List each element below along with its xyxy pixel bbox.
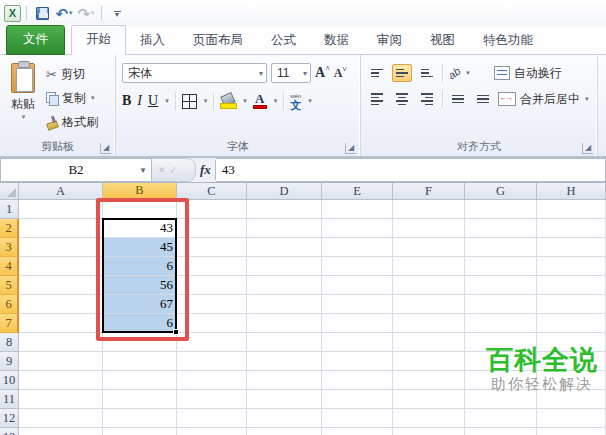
cell-G12[interactable] — [465, 409, 537, 428]
font-color-button[interactable]: A — [253, 93, 267, 109]
phonetic-dropdown-icon[interactable]: ▾ — [308, 97, 312, 105]
cell-D12[interactable] — [247, 409, 322, 428]
row-header-11[interactable]: 11 — [0, 390, 19, 409]
underline-button[interactable]: U — [148, 93, 158, 109]
redo-button[interactable]: ↷ ▾ — [76, 3, 96, 23]
row-header-12[interactable]: 12 — [0, 409, 19, 428]
clipboard-dialog-launcher-icon[interactable]: ◢ — [100, 143, 111, 154]
cell-F5[interactable] — [393, 276, 465, 295]
cell-F10[interactable] — [393, 371, 465, 390]
increase-indent-icon[interactable] — [473, 90, 493, 108]
cell-A3[interactable] — [19, 238, 103, 257]
italic-button[interactable]: I — [137, 93, 142, 109]
cell-A1[interactable] — [19, 200, 103, 219]
customize-toolbar-button[interactable]: ▾ — [107, 3, 127, 23]
cell-H9[interactable] — [537, 352, 606, 371]
name-box-dropdown-icon[interactable]: ▼ — [139, 166, 147, 175]
cell-F9[interactable] — [393, 352, 465, 371]
cell-A4[interactable] — [19, 257, 103, 276]
cell-E8[interactable] — [322, 333, 393, 352]
cell-G2[interactable] — [465, 219, 537, 238]
orientation-dropdown-icon[interactable]: ▾ — [466, 69, 470, 77]
copy-button[interactable]: 复制 ▾ — [46, 88, 98, 108]
paste-button[interactable]: 粘贴 ▾ — [0, 61, 46, 132]
row-header-2[interactable]: 2 — [0, 219, 19, 238]
cell-B6[interactable]: 67 — [103, 295, 177, 314]
column-header-A[interactable]: A — [19, 183, 103, 200]
cell-B3[interactable]: 45 — [103, 238, 177, 257]
cell-F3[interactable] — [393, 238, 465, 257]
cell-H3[interactable] — [537, 238, 606, 257]
wrap-text-button[interactable]: 自动换行 — [494, 65, 562, 82]
cell-B9[interactable] — [103, 352, 177, 371]
row-header-8[interactable]: 8 — [0, 333, 19, 352]
increase-font-size-button[interactable]: A˄ — [315, 65, 330, 81]
row-header-13[interactable]: 13 — [0, 428, 19, 435]
align-right-icon[interactable] — [417, 90, 437, 108]
cell-D9[interactable] — [247, 352, 322, 371]
fill-color-dropdown-icon[interactable]: ▾ — [243, 97, 247, 105]
cell-B7[interactable]: 6 — [103, 314, 177, 333]
alignment-dialog-launcher-icon[interactable]: ◢ — [582, 143, 593, 154]
cell-E9[interactable] — [322, 352, 393, 371]
cell-C13[interactable] — [177, 428, 247, 435]
font-size-select[interactable]: 11▾ — [271, 63, 311, 83]
cell-G9[interactable] — [465, 352, 537, 371]
phonetic-guide-button[interactable]: wén文 — [290, 92, 301, 110]
column-header-H[interactable]: H — [537, 183, 606, 200]
orientation-icon[interactable]: ab — [446, 65, 463, 82]
cell-C10[interactable] — [177, 371, 247, 390]
tab-6[interactable]: 审阅 — [363, 27, 416, 55]
align-left-icon[interactable] — [367, 90, 387, 108]
save-button[interactable] — [32, 3, 52, 23]
column-header-D[interactable]: D — [247, 183, 322, 200]
cell-C8[interactable] — [177, 333, 247, 352]
cell-E4[interactable] — [322, 257, 393, 276]
cell-H11[interactable] — [537, 390, 606, 409]
cell-D3[interactable] — [247, 238, 322, 257]
cell-A10[interactable] — [19, 371, 103, 390]
cell-H8[interactable] — [537, 333, 606, 352]
row-header-5[interactable]: 5 — [0, 276, 19, 295]
cell-F1[interactable] — [393, 200, 465, 219]
cell-E5[interactable] — [322, 276, 393, 295]
cell-H1[interactable] — [537, 200, 606, 219]
tab-7[interactable]: 视图 — [416, 27, 469, 55]
cell-H10[interactable] — [537, 371, 606, 390]
cell-E11[interactable] — [322, 390, 393, 409]
cell-B12[interactable] — [103, 409, 177, 428]
cell-E3[interactable] — [322, 238, 393, 257]
cell-G6[interactable] — [465, 295, 537, 314]
cell-A5[interactable] — [19, 276, 103, 295]
cell-G3[interactable] — [465, 238, 537, 257]
cell-G7[interactable] — [465, 314, 537, 333]
font-color-dropdown-icon[interactable]: ▾ — [274, 97, 278, 105]
insert-function-button[interactable]: fx — [196, 162, 215, 178]
cell-F4[interactable] — [393, 257, 465, 276]
cell-C7[interactable] — [177, 314, 247, 333]
name-box[interactable]: B2 ▼ — [0, 158, 152, 182]
cell-C12[interactable] — [177, 409, 247, 428]
column-header-B[interactable]: B — [103, 183, 177, 200]
cell-F6[interactable] — [393, 295, 465, 314]
cell-D10[interactable] — [247, 371, 322, 390]
top-align-icon[interactable] — [367, 64, 387, 82]
cell-A11[interactable] — [19, 390, 103, 409]
borders-dropdown-icon[interactable]: ▾ — [204, 97, 208, 105]
merge-center-button[interactable]: 合并后居中 ▾ — [498, 91, 589, 108]
cell-H7[interactable] — [537, 314, 606, 333]
row-header-7[interactable]: 7 — [0, 314, 19, 333]
undo-button[interactable]: ↶ ▾ — [54, 3, 74, 23]
cell-D2[interactable] — [247, 219, 322, 238]
cell-D7[interactable] — [247, 314, 322, 333]
cell-B13[interactable] — [103, 428, 177, 435]
cell-B10[interactable] — [103, 371, 177, 390]
cell-B5[interactable]: 56 — [103, 276, 177, 295]
font-name-select[interactable]: 宋体▾ — [122, 63, 267, 83]
cell-E6[interactable] — [322, 295, 393, 314]
cell-E2[interactable] — [322, 219, 393, 238]
format-painter-button[interactable]: 格式刷 — [46, 112, 98, 132]
cell-A13[interactable] — [19, 428, 103, 435]
tab-5[interactable]: 数据 — [310, 27, 363, 55]
cell-B4[interactable]: 6 — [103, 257, 177, 276]
